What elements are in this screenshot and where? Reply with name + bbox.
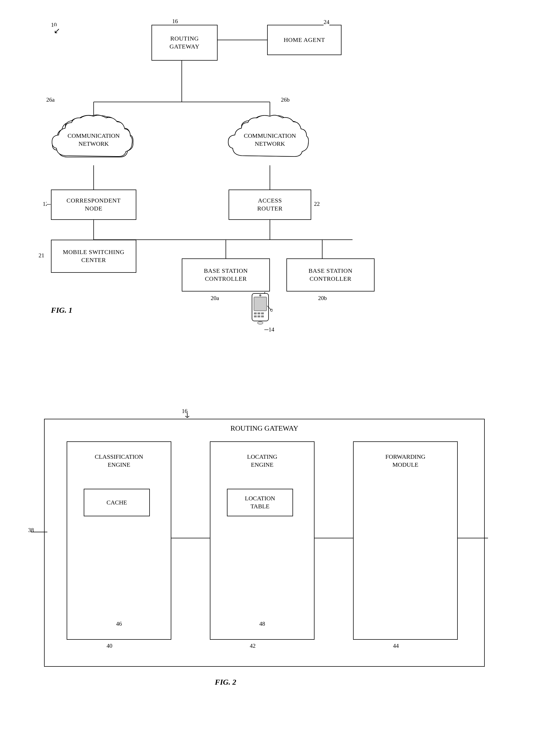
location-table-box: LOCATIONTABLE: [227, 489, 293, 516]
routing-gateway-title: ROUTING GATEWAY: [45, 424, 484, 433]
svg-rect-25: [254, 312, 257, 314]
bsc-right-label: BASE STATIONCONTROLLER: [308, 267, 352, 283]
mobile-device-icon: ─14: [248, 292, 272, 331]
bsc-right-box: BASE STATIONCONTROLLER: [286, 258, 374, 291]
classification-engine-box: CLASSIFICATIONENGINE CACHE 46: [67, 441, 171, 640]
routing-gateway-label: ROUTINGGATEWAY: [170, 35, 200, 50]
ref-38: 38: [28, 527, 34, 534]
ref-24: 24: [323, 19, 329, 26]
ref-42: 42: [250, 642, 256, 649]
ref-44: 44: [393, 642, 399, 649]
mobile-switching-center-box: MOBILE SWITCHINGCENTER: [51, 240, 136, 273]
svg-line-38: [187, 416, 189, 418]
correspondent-node-box: CORRESPONDENTNODE: [51, 190, 136, 220]
svg-rect-30: [261, 315, 264, 317]
locating-engine-label: LOCATINGENGINE: [211, 453, 314, 469]
svg-point-31: [260, 295, 261, 296]
ref-20b: 20b: [318, 295, 327, 302]
access-router-label: ACCESSROUTER: [257, 197, 282, 212]
ref-20a: 20a: [211, 295, 219, 302]
mobile-switching-center-label: MOBILE SWITCHINGCENTER: [63, 248, 125, 264]
cloud-left-label: COMMUNICATIONNETWORK: [68, 132, 120, 148]
svg-rect-29: [258, 315, 260, 317]
svg-rect-28: [254, 315, 257, 317]
home-agent-box: HOME AGENT: [267, 25, 341, 55]
locating-engine-box: LOCATINGENGINE LOCATIONTABLE 48: [210, 441, 314, 640]
bsc-left-box: BASE STATIONCONTROLLER: [182, 258, 270, 291]
fig1-diagram: 10 ↙ HOME AGENT 24 ROUTINGGATEWAY 16 26a…: [22, 11, 518, 364]
cache-label: CACHE: [107, 499, 127, 507]
fig2-caption: FIG. 2: [215, 678, 236, 687]
svg-rect-26: [258, 312, 260, 314]
fig1-caption: FIG. 1: [51, 306, 72, 315]
fig2-diagram: 16 ROUTING GATEWAY 38 CLASSIFICATIONENGI…: [22, 399, 518, 730]
forwarding-module-box: FORWARDINGMODULE: [353, 441, 458, 640]
cloud-right-label: COMMUNICATIONNETWORK: [244, 132, 296, 148]
bsc-left-label: BASE STATIONCONTROLLER: [204, 267, 248, 283]
svg-point-33: [258, 322, 263, 324]
routing-gateway-box: ROUTINGGATEWAY: [152, 25, 218, 61]
correspondent-node-label: CORRESPONDENTNODE: [67, 197, 121, 212]
cloud-left: COMMUNICATIONNETWORK: [51, 113, 136, 167]
ref-40: 40: [107, 642, 112, 649]
ref-46: 46: [67, 620, 171, 628]
page: 10 ↙ HOME AGENT 24 ROUTINGGATEWAY 16 26a…: [0, 0, 542, 756]
ref-26a: 26a: [46, 96, 55, 103]
arrow-10: ↙: [54, 26, 60, 35]
svg-rect-23: [254, 297, 267, 311]
routing-gateway-outer-box: ROUTING GATEWAY 38 CLASSIFICATIONENGINE …: [44, 419, 485, 667]
ref-22: 22: [314, 201, 320, 207]
ref-16-fig1: 16: [172, 18, 178, 25]
svg-point-35: [271, 309, 272, 311]
cloud-right: COMMUNICATIONNETWORK: [227, 113, 312, 167]
access-router-box: ACCESSROUTER: [229, 190, 311, 220]
ref-26b: 26b: [281, 96, 290, 103]
ref-21: 21: [39, 252, 44, 259]
svg-rect-27: [261, 312, 264, 314]
cache-box: CACHE: [84, 489, 150, 516]
ref-14: ─14: [265, 326, 274, 333]
home-agent-label: HOME AGENT: [284, 36, 325, 44]
arrow-12: ─: [47, 201, 51, 207]
ref-48: 48: [211, 620, 314, 628]
forwarding-module-label: FORWARDINGMODULE: [354, 453, 457, 469]
classification-engine-label: CLASSIFICATIONENGINE: [67, 453, 171, 469]
location-table-label: LOCATIONTABLE: [245, 495, 275, 510]
svg-line-37: [185, 416, 187, 418]
